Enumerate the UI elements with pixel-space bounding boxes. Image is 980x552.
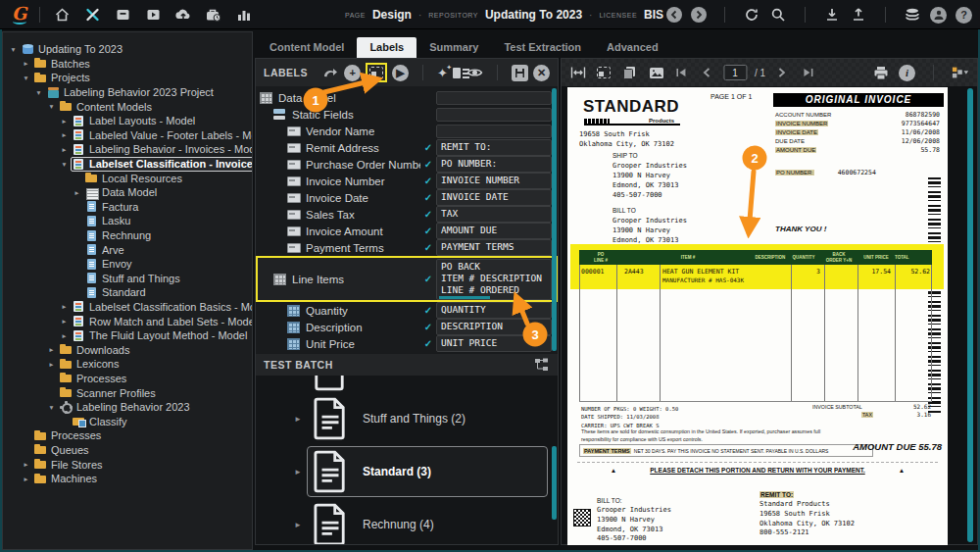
tree-item[interactable]: ► Downloads [3,342,252,357]
label-value-box[interactable]: QUANTITY [436,302,552,318]
back-button[interactable] [666,7,682,23]
tree-item[interactable]: Rechnung [3,228,252,243]
expand-arrow-icon[interactable]: ► [294,415,302,424]
tree-item[interactable]: ▼ Projects [3,71,252,85]
upload-icon[interactable] [850,6,867,24]
expand-arrow-icon[interactable]: ► [294,521,302,529]
label-value-box[interactable]: PO NUMBER: [436,156,552,172]
fit-width-icon[interactable] [569,64,587,81]
expand-arrow-icon[interactable]: ► [20,476,32,482]
tree-item[interactable]: ▼ Content Models [3,99,252,114]
tree-item[interactable]: ► Row Match and Label Sets - Model [3,314,252,328]
refresh-icon[interactable] [743,6,760,24]
expand-arrow-icon[interactable]: ► [58,118,71,125]
expand-arrow-icon[interactable]: ▼ [32,89,45,96]
import-labels-icon[interactable] [321,64,339,81]
label-row[interactable]: Quantity ✓ QUANTITY [256,302,558,319]
tree-item[interactable]: Envoy [3,257,252,272]
expand-arrow-icon[interactable]: ► [58,318,71,325]
batch-tree-view-icon[interactable] [532,356,550,374]
expand-arrow-icon[interactable]: ► [71,189,83,196]
repository-layers-icon[interactable] [904,6,921,24]
label-row[interactable]: Line Items ✓ PO BACK ITEM # DESCRIPTION … [256,256,558,302]
media-box-icon[interactable] [144,6,162,24]
tree-item[interactable]: Processes [3,428,252,443]
tree-item[interactable]: Stuff and Things [3,272,252,286]
tree-item[interactable]: Queues [3,443,252,458]
expand-arrow-icon[interactable]: ► [58,332,71,339]
tree-item[interactable]: Arve [3,242,252,257]
tree-item[interactable]: ► Labeled Value - Footer Labels - Model [3,128,252,143]
label-row[interactable]: Sales Tax ✓ TAX [256,206,558,223]
tree-item[interactable]: ► File Stores [3,457,252,472]
expand-arrow-icon[interactable]: ► [20,60,32,67]
tab[interactable]: Labels [357,37,416,58]
label-row[interactable]: Payment Terms ✓ PAYMENT TERMS [256,239,558,256]
briefcase-clock-icon[interactable] [205,6,222,24]
download-icon[interactable] [823,6,841,24]
tree-item[interactable]: ► The Fluid Layout Method - Model [3,328,252,343]
label-row[interactable]: Data Model ✓ [256,89,558,106]
expand-arrow-icon[interactable]: ▼ [7,46,20,53]
label-value-box[interactable]: TAX [436,206,552,222]
label-value-box[interactable] [436,91,552,105]
label-row[interactable]: Invoice Amount ✓ AMOUNT DUE [256,223,558,239]
viewer-scrollbar[interactable] [967,88,973,542]
previous-page-icon[interactable] [698,64,715,81]
home-icon[interactable] [53,6,71,24]
label-value-box[interactable]: AMOUNT DUE [436,223,552,238]
stats-chart-icon[interactable] [235,6,253,24]
forward-button[interactable] [691,7,707,23]
tree-item[interactable]: ▼ Labelset Classification - Invoices - M… [3,157,252,172]
view-options-dropdown[interactable] [952,64,969,81]
tree-item[interactable]: Scanner Profiles [3,385,252,400]
tree-item[interactable]: Lasku [3,214,252,228]
tree-item[interactable]: ► Batches [3,57,252,72]
clear-labels-icon[interactable] [453,68,461,78]
batch-document-row[interactable]: ► Rechnung (4) [307,499,548,544]
label-row[interactable]: Remit Address ✓ REMIT TO: [256,139,558,156]
select-region-icon[interactable] [597,67,611,78]
last-page-icon[interactable] [799,64,816,81]
label-value-box[interactable]: REMIT TO: [436,139,552,155]
batch-document-row[interactable]: ► Standard (3) [307,446,548,497]
label-value-box[interactable]: DESCRIPTION [436,319,552,334]
expand-arrow-icon[interactable]: ► [294,468,302,477]
save-icon[interactable] [512,65,528,81]
tab[interactable]: Content Model [257,37,357,58]
batches-box-icon[interactable] [114,6,131,24]
expand-arrow-icon[interactable]: ▼ [45,404,58,411]
tree-item[interactable]: Processes [3,372,252,386]
repository-value[interactable]: Updating To 2023 [485,8,582,22]
expand-arrow-icon[interactable]: ► [45,361,58,368]
expand-arrow-icon[interactable]: ► [58,303,71,310]
expand-arrow-icon[interactable]: ► [58,131,71,138]
pages-icon[interactable] [620,64,638,81]
label-value-box[interactable] [436,108,552,122]
tree-item[interactable]: ► Lexicons [3,357,252,372]
next-page-icon[interactable] [773,64,791,81]
add-label-icon[interactable]: + [344,65,361,81]
label-row[interactable]: Vendor Name ✓ [256,123,558,139]
tree-item[interactable]: Standard [3,285,252,300]
tree-item[interactable]: Local Resources [3,171,252,185]
tree-item[interactable]: Classify [3,414,252,428]
expand-arrow-icon[interactable]: ▼ [20,75,32,81]
page-value[interactable]: Design [372,8,412,22]
print-icon[interactable] [872,64,890,81]
expand-arrow-icon[interactable]: ► [58,146,71,153]
discard-icon[interactable]: ✕ [533,65,550,81]
first-page-icon[interactable] [672,64,690,81]
expand-arrow-icon[interactable]: ▼ [58,161,71,168]
tab[interactable]: Summary [416,37,491,58]
tree-item[interactable]: ► Machines [3,472,252,486]
set-label-region-icon[interactable] [369,67,383,78]
tree-item[interactable]: ► Labeling Behavior - Invoices - Model [3,142,252,157]
tree-item[interactable]: ► Labelset Classification Basics - Model [3,300,252,315]
expand-arrow-icon[interactable]: ► [20,461,32,468]
search-icon[interactable] [769,6,787,24]
label-value-box[interactable] [436,125,552,138]
tree-item[interactable]: ► Label Layouts - Model [3,114,252,128]
label-value-box[interactable]: UNIT PRICE [436,335,552,351]
label-row[interactable]: Invoice Date ✓ INVOICE DATE [256,189,558,206]
